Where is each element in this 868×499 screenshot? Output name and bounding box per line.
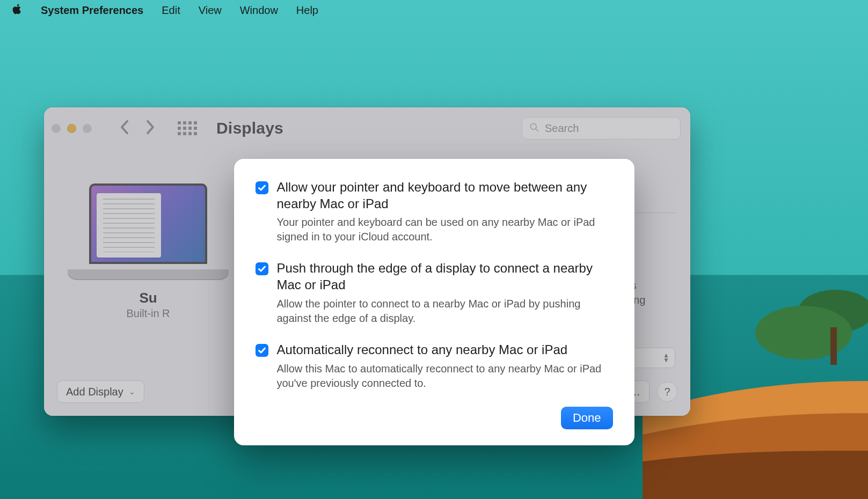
search-icon	[529, 122, 539, 135]
add-display-label: Add Display	[66, 386, 123, 398]
display-thumbnail-card[interactable]: Su Built-in R	[68, 184, 229, 320]
menubar: System Preferences Edit View Window Help	[0, 0, 868, 20]
close-window-button[interactable]	[52, 124, 61, 133]
forward-button[interactable]	[144, 119, 156, 137]
window-toolbar: Displays	[44, 107, 690, 149]
window-controls	[52, 124, 92, 133]
search-input[interactable]	[545, 122, 674, 135]
svg-line-4	[536, 129, 538, 131]
app-menu[interactable]: System Preferences	[41, 4, 143, 17]
chevron-up-down-icon: ▲▼	[663, 354, 669, 362]
zoom-window-button[interactable]	[83, 124, 92, 133]
done-button[interactable]: Done	[561, 407, 613, 429]
option-desc: Allow this Mac to automatically reconnec…	[277, 362, 613, 391]
menu-edit[interactable]: Edit	[162, 4, 180, 17]
option-push-through-edge: Push through the edge of a display to co…	[256, 260, 613, 325]
display-name-partial: Su	[68, 290, 229, 306]
option-desc: Your pointer and keyboard can be used on…	[277, 215, 613, 244]
help-button[interactable]: ?	[657, 381, 677, 402]
pane-title: Displays	[216, 119, 283, 137]
menu-help[interactable]: Help	[296, 4, 318, 17]
nav-arrows	[119, 119, 156, 137]
option-allow-pointer-keyboard: Allow your pointer and keyboard to move …	[256, 179, 613, 244]
help-glyph: ?	[664, 386, 670, 398]
option-title: Push through the edge of a display to co…	[277, 260, 613, 293]
show-all-button[interactable]	[178, 121, 197, 135]
checkbox-auto-reconnect[interactable]	[256, 344, 268, 357]
universal-control-sheet: Allow your pointer and keyboard to move …	[234, 159, 634, 445]
add-display-button[interactable]: Add Display ⌄	[57, 380, 144, 403]
svg-point-0	[798, 290, 868, 333]
svg-point-3	[530, 123, 536, 129]
display-subtitle-partial: Built-in R	[68, 307, 229, 320]
menu-window[interactable]: Window	[240, 4, 278, 17]
laptop-illustration	[68, 184, 229, 285]
minimize-window-button[interactable]	[67, 124, 76, 133]
search-field[interactable]	[522, 117, 681, 140]
chevron-down-icon: ⌄	[129, 387, 135, 396]
apple-menu-icon[interactable]	[12, 3, 23, 17]
svg-point-1	[755, 306, 852, 359]
option-title: Automatically reconnect to any nearby Ma…	[277, 342, 613, 358]
back-button[interactable]	[119, 119, 130, 137]
checkbox-allow-pointer-keyboard[interactable]	[256, 181, 268, 194]
option-auto-reconnect: Automatically reconnect to any nearby Ma…	[256, 342, 613, 391]
checkbox-push-through-edge[interactable]	[256, 262, 268, 275]
option-title: Allow your pointer and keyboard to move …	[277, 179, 613, 212]
menu-view[interactable]: View	[199, 4, 222, 17]
svg-rect-2	[830, 327, 837, 365]
option-desc: Allow the pointer to connect to a nearby…	[277, 297, 613, 326]
